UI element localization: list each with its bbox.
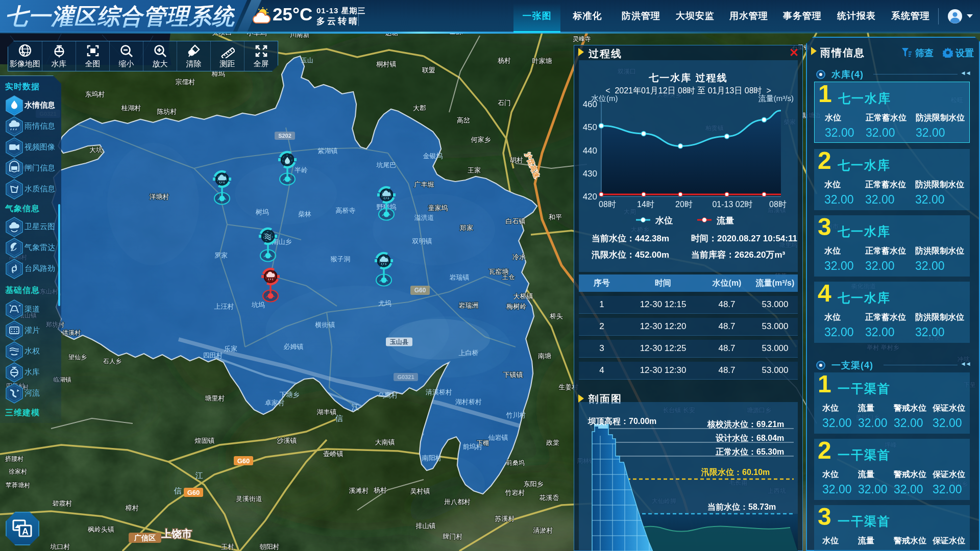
svg-text:胡村: 胡村 [510,156,523,164]
svg-text:G0321: G0321 [397,374,414,380]
svg-text:灵溪街道: 灵溪街道 [236,495,262,503]
svg-text:20时: 20时 [675,200,693,209]
svg-text:郑家: 郑家 [459,224,473,232]
svg-text:童家坞: 童家坞 [428,204,448,212]
svg-text:G60: G60 [187,489,200,496]
svg-text:花溪岙: 花溪岙 [539,494,559,502]
svg-text:煌固镇: 煌固镇 [194,437,215,444]
svg-text:双明镇: 双明镇 [412,237,432,245]
svg-text:上饶市: 上饶市 [161,528,192,539]
svg-text:流量: 流量 [716,216,734,226]
svg-text:高桥寺: 高桥寺 [336,207,356,214]
svg-text:王家: 王家 [468,166,481,174]
svg-text:塘里村: 塘里村 [205,394,225,402]
svg-text:金银坞: 金银坞 [423,152,443,160]
svg-text:14时: 14时 [637,200,654,209]
svg-text:G60: G60 [237,457,250,465]
svg-text:前桑坞: 前桑坞 [506,459,525,466]
svg-text:桐村镇: 桐村镇 [376,60,397,68]
svg-text:望仙乡: 望仙乡 [68,354,87,361]
svg-text:竹川村: 竹川村 [506,411,526,419]
svg-text:下镇镇: 下镇镇 [503,371,523,379]
svg-text:桥头: 桥头 [550,312,563,320]
svg-text:竹岩村: 竹岩村 [505,489,525,496]
svg-text:岩瑞洲: 岩瑞洲 [459,302,479,309]
svg-text:溪滩村: 溪滩村 [349,487,369,494]
svg-text:上白桥: 上白桥 [459,349,479,357]
svg-text:乌鹰村: 乌鹰村 [378,391,398,399]
svg-text:大坑: 大坑 [89,146,103,154]
svg-text:玉山县: 玉山县 [389,338,408,345]
svg-text:苹莽塘村: 苹莽塘村 [6,482,30,489]
svg-text:大桥镇: 大桥镇 [513,292,533,300]
svg-text:上汪村: 上汪村 [214,303,234,310]
svg-text:信: 信 [174,486,182,495]
svg-text:叶家塘: 叶家塘 [532,57,552,65]
svg-text:东坞村: 东坞村 [85,90,105,98]
svg-text:石门: 石门 [498,99,511,107]
svg-text:陈坊村: 陈坊村 [157,108,177,115]
svg-text:440: 440 [583,146,597,156]
svg-text:玉山: 玉山 [301,57,313,64]
svg-text:坑坞: 坑坞 [251,301,265,309]
svg-text:梅树岭: 梅树岭 [506,303,527,310]
svg-text:溢洪道: 溢洪道 [414,214,434,221]
svg-text:08时: 08时 [599,200,616,209]
svg-text:仙岩镇: 仙岩镇 [488,434,508,441]
svg-text:土仓: 土仓 [502,273,514,281]
svg-text:高岔: 高岔 [457,116,470,124]
svg-text:水位: 水位 [655,216,673,226]
svg-text:东阳乡: 东阳乡 [524,480,544,488]
svg-text:湖丰镇: 湖丰镇 [317,408,337,416]
svg-text:大郡: 大郡 [413,104,426,112]
svg-text:壶峤镇: 壶峤镇 [324,450,344,458]
svg-text:前坞村: 前坞村 [463,443,483,450]
svg-text:灵峰寺: 灵峰寺 [573,35,591,42]
svg-text:政棠: 政棠 [546,439,559,446]
svg-text:碧霞村: 碧霞村 [53,499,72,507]
svg-text:樟村: 樟村 [125,504,139,512]
svg-text:苏溪村: 苏溪村 [495,515,515,522]
svg-text:南塘: 南塘 [538,352,551,360]
svg-text:白石镇: 白石镇 [506,217,526,225]
svg-text:清溪桥村: 清溪桥村 [426,388,452,396]
svg-text:冷水: 冷水 [512,253,526,261]
svg-text:洪溪村: 洪溪村 [62,329,81,336]
svg-text:下塘乡: 下塘乡 [280,391,300,398]
svg-text:宗儒村: 宗儒村 [176,78,195,86]
svg-text:必姆镇: 必姆镇 [284,343,304,350]
svg-text:湖村桥村: 湖村桥村 [455,398,482,406]
svg-text:广丰堀: 广丰堀 [414,181,434,188]
svg-text:450: 450 [583,122,597,132]
svg-text:坑尾巴: 坑尾巴 [376,161,397,169]
svg-text:挤腰村: 挤腰村 [5,455,23,462]
svg-text:乐家: 乐家 [224,345,237,353]
svg-text:坑口村: 坑口村 [50,543,70,550]
svg-text:岩瑞镇: 岩瑞镇 [450,273,470,281]
svg-text:南阳村: 南阳村 [422,454,442,462]
svg-text:排山镇: 排山镇 [416,522,436,530]
svg-text:树坞: 树坞 [255,208,269,216]
svg-text:枫岭头镇: 枫岭头镇 [87,525,114,533]
svg-text:洋塘村: 洋塘村 [150,193,169,201]
svg-text:清淤村: 清淤村 [533,527,553,534]
svg-text:江: 江 [352,403,359,411]
svg-text:猴子洞: 猴子洞 [331,255,351,263]
svg-text:S202: S202 [278,133,291,139]
svg-text:沙溪镇: 沙溪镇 [277,437,297,444]
svg-text:罗家: 罗家 [214,252,228,259]
svg-text:A: A [22,527,29,537]
svg-text:信: 信 [335,414,343,422]
svg-text:460: 460 [583,99,597,109]
svg-text:杨村: 杨村 [374,486,387,494]
svg-text:08时: 08时 [769,200,787,209]
svg-text:王村: 王村 [221,543,234,550]
svg-text:大南镇: 大南镇 [375,438,395,446]
svg-text:G60: G60 [414,287,426,294]
svg-text:420: 420 [583,192,597,202]
svg-text:何家乡: 何家乡 [471,136,491,143]
svg-text:石人乡: 石人乡 [103,358,121,365]
svg-text:430: 430 [583,169,597,179]
svg-text:柴林: 柴林 [298,210,311,218]
svg-text:牌门村: 牌门村 [443,533,463,540]
